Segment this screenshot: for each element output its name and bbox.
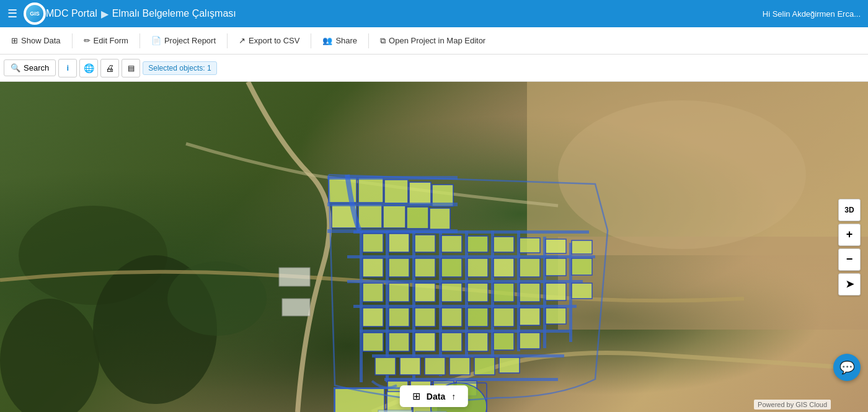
svg-rect-82 [474,357,495,375]
svg-point-2 [0,299,99,412]
svg-rect-68 [494,308,514,327]
locate-button[interactable]: ➤ [838,273,861,296]
project-report-button[interactable]: 📄 Project Report [145,32,222,49]
svg-rect-59 [494,283,514,302]
map-background [0,82,868,412]
project-report-icon: 📄 [151,36,161,45]
menu-icon[interactable]: ☰ [7,7,17,20]
svg-rect-49 [467,258,488,277]
powered-by-label: Powered by GIS Cloud [754,400,831,410]
project-report-label: Project Report [164,36,216,45]
svg-rect-73 [415,333,435,351]
svg-rect-47 [415,258,435,277]
svg-rect-51 [520,258,540,277]
export-csv-button[interactable]: ↗ Export to CSV [232,32,306,49]
svg-rect-98 [282,299,310,316]
svg-rect-40 [467,236,488,252]
svg-rect-54 [363,283,383,302]
layers-button[interactable]: ▤ [122,59,140,77]
svg-rect-53 [572,258,592,275]
svg-rect-10 [409,182,431,204]
edit-form-label: Edit Form [94,36,128,45]
edit-form-icon: ✏ [84,36,91,45]
zoom-out-button[interactable]: − [838,248,861,271]
svg-rect-38 [415,235,435,252]
map-container[interactable]: 3D + − ➤ 💬 ⊞ Data ↑ Powered by GIS Cloud [0,82,868,412]
open-map-editor-button[interactable]: ⧉ Open Project in Map Editor [374,32,492,50]
svg-rect-48 [441,258,462,277]
top-navigation-bar: ☰ GIS MDC Portal ▶ Elmalı Belgeleme Çalı… [0,0,868,27]
svg-rect-66 [441,308,462,327]
svg-rect-63 [363,308,383,327]
svg-rect-67 [467,308,488,327]
breadcrumb-arrow: ▶ [101,8,108,20]
svg-rect-65 [415,308,435,327]
show-data-label: Show Data [21,36,61,45]
user-greeting: Hi Selin Akdeğirmen Erca... [763,9,861,19]
svg-rect-61 [546,283,566,300]
globe-button[interactable]: 🌐 [79,59,98,77]
chat-support-button[interactable]: 💬 [833,354,861,381]
svg-rect-79 [400,357,420,375]
svg-rect-14 [383,206,405,228]
app-name[interactable]: MDC Portal [46,8,97,19]
svg-rect-60 [520,283,540,302]
selected-objects-badge: Selected objects: 1 [143,61,216,75]
share-icon: 👥 [322,36,332,45]
svg-rect-58 [467,283,488,302]
zoom-in-button[interactable]: + [838,224,861,246]
logo-inner: GIS [26,5,43,22]
svg-rect-83 [499,357,520,373]
svg-rect-46 [389,258,409,277]
data-panel-arrow-icon: ↑ [451,392,456,401]
svg-rect-75 [467,333,488,351]
search-icon: 🔍 [11,63,20,72]
svg-rect-39 [441,235,462,252]
open-map-editor-icon: ⧉ [380,36,386,46]
show-data-button[interactable]: ⊞ Show Data [5,32,67,49]
edit-form-button[interactable]: ✏ Edit Form [78,32,135,49]
data-panel-grid-icon: ⊞ [412,390,420,402]
svg-rect-77 [520,333,540,349]
layers-icon: ▤ [128,64,135,72]
search-label: Search [24,63,49,72]
svg-rect-70 [546,308,566,324]
svg-rect-42 [520,238,540,253]
svg-rect-8 [358,178,383,203]
export-csv-icon: ↗ [239,36,246,45]
print-icon: 🖨 [105,63,114,73]
info-icon: i [66,63,69,72]
print-button[interactable]: 🖨 [100,59,119,77]
svg-rect-64 [389,308,409,327]
svg-rect-57 [441,283,462,302]
share-button[interactable]: 👥 Share [316,32,363,49]
svg-rect-36 [363,234,383,252]
search-button[interactable]: 🔍 Search [4,59,56,76]
svg-rect-62 [572,283,592,299]
svg-point-6 [558,100,806,249]
svg-rect-97 [279,268,310,286]
share-label: Share [335,36,357,45]
toolbar-separator-5 [368,33,369,48]
export-csv-label: Export to CSV [249,36,299,45]
map-controls-bar: 🔍 Search i 🌐 🖨 ▤ Selected objects: 1 [0,55,868,82]
data-panel-button[interactable]: ⊞ Data ↑ [400,385,468,407]
toolbar-separator-4 [311,33,311,48]
map-overlay-svg [0,82,868,412]
svg-rect-15 [407,207,428,229]
info-button[interactable]: i [58,59,77,77]
toggle-3d-button[interactable]: 3D [838,199,861,221]
svg-rect-88 [335,388,384,412]
svg-rect-74 [441,333,462,351]
svg-rect-55 [389,283,409,302]
svg-rect-45 [363,258,383,277]
svg-rect-5 [558,237,868,330]
svg-rect-71 [363,333,383,351]
project-name: Elmalı Belgeleme Çalışması [112,8,236,19]
svg-rect-56 [415,283,435,302]
map-zoom-controls: 3D + − ➤ [838,199,861,296]
svg-rect-81 [450,357,470,375]
app-title-area: MDC Portal ▶ Elmalı Belgeleme Çalışması [46,8,236,20]
svg-rect-76 [494,333,514,350]
svg-rect-69 [520,308,540,325]
